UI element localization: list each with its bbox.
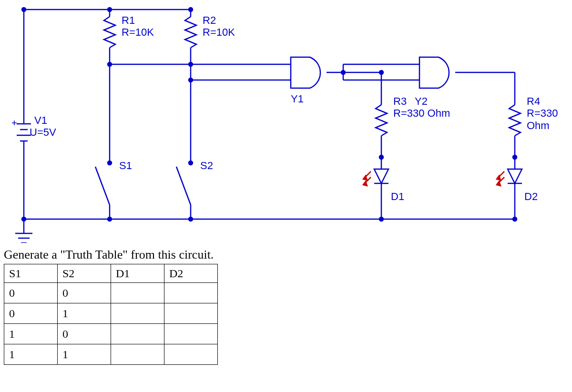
svg-line-25 (176, 167, 191, 205)
table-row: 1 0 (4, 324, 218, 344)
cell-d2[interactable] (164, 324, 218, 344)
r1-name: R1 (122, 14, 135, 27)
svg-point-57 (108, 217, 112, 221)
svg-point-62 (379, 155, 383, 159)
cell-s1: 1 (4, 324, 58, 344)
y1-label: Y1 (291, 93, 304, 105)
r4-value: R=330 Ohm (527, 107, 572, 132)
svg-point-63 (513, 155, 517, 159)
d2-label: D2 (524, 191, 538, 203)
v1-name: V1 (34, 114, 47, 127)
table-header-row: S1 S2 D1 D2 (4, 264, 218, 283)
cell-d1[interactable] (111, 324, 164, 344)
svg-point-59 (379, 217, 383, 221)
y2-label: Y2 (415, 95, 428, 108)
cell-d2[interactable] (164, 344, 218, 365)
svg-line-21 (95, 167, 110, 205)
cell-d1[interactable] (111, 344, 164, 365)
svg-point-55 (189, 78, 193, 82)
header-d2: D2 (164, 264, 218, 283)
header-s1: S1 (4, 264, 58, 283)
circuit-diagram: R1 R=10K R2 R=10K V1 U=5V S1 S2 Y1 Y2 R3… (0, 0, 572, 243)
cell-s1: 0 (4, 303, 58, 324)
svg-point-51 (108, 8, 112, 11)
svg-point-60 (513, 217, 517, 221)
svg-point-56 (22, 217, 26, 221)
circuit-schematic (0, 0, 572, 243)
header-s2: S2 (58, 264, 111, 283)
truth-table: S1 S2 D1 D2 0 0 0 1 1 0 1 1 (4, 264, 218, 365)
d1-label: D1 (391, 191, 404, 203)
table-row: 0 1 (4, 303, 218, 324)
svg-point-50 (22, 8, 26, 11)
cell-s2: 0 (58, 324, 111, 344)
v1-value: U=5V (30, 126, 56, 139)
r2-value: R=10K (203, 26, 235, 39)
header-d1: D1 (111, 264, 164, 283)
svg-point-52 (189, 8, 193, 11)
cell-s2: 1 (58, 344, 111, 365)
r2-name: R2 (203, 14, 216, 27)
s2-label: S2 (200, 160, 213, 172)
table-row: 0 0 (4, 283, 218, 303)
r3-name: R3 (393, 95, 407, 108)
cell-d1[interactable] (111, 303, 164, 324)
table-row: 1 1 (4, 344, 218, 365)
cell-s1: 0 (4, 283, 58, 303)
cell-d2[interactable] (164, 283, 218, 303)
r3-value: R=330 Ohm (393, 107, 450, 120)
svg-point-61 (379, 70, 383, 74)
svg-point-24 (189, 161, 193, 165)
cell-d2[interactable] (164, 303, 218, 324)
s1-label: S1 (119, 160, 132, 172)
cell-d1[interactable] (111, 283, 164, 303)
r1-value: R=10K (122, 26, 154, 39)
cell-s1: 1 (4, 344, 58, 365)
svg-point-53 (108, 62, 112, 66)
cell-s2: 0 (58, 283, 111, 303)
question-text: Generate a "Truth Table" from this circu… (0, 248, 572, 262)
r4-name: R4 (527, 95, 540, 108)
svg-point-20 (108, 161, 112, 165)
cell-s2: 1 (58, 303, 111, 324)
svg-point-58 (189, 217, 193, 221)
svg-point-54 (189, 62, 193, 66)
